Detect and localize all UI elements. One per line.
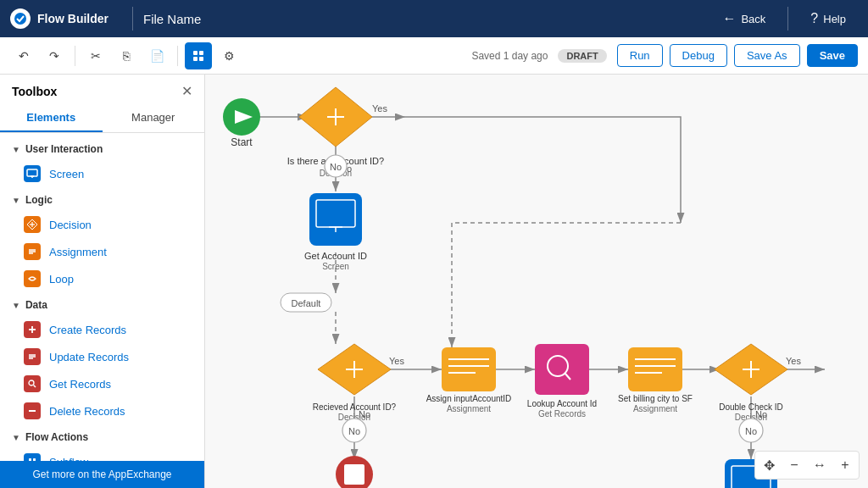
toolbox-item-get-records[interactable]: Get Records — [0, 370, 204, 397]
svg-text:Start: Start — [231, 136, 253, 148]
section-header-flow-actions[interactable]: ▼ Flow Actions — [0, 426, 204, 448]
tab-manager[interactable]: Manager — [103, 104, 205, 132]
nav-divider2 — [787, 7, 788, 30]
toolbox-item-decision[interactable]: Decision — [0, 211, 204, 238]
save-button[interactable]: Save — [807, 44, 858, 67]
svg-rect-1 — [193, 51, 198, 55]
svg-text:Assignment: Assignment — [447, 404, 491, 413]
svg-text:Screen: Screen — [322, 262, 349, 271]
redo-button[interactable]: ↷ — [41, 42, 68, 69]
assignment-label: Assignment — [49, 246, 107, 258]
section-label-flow-actions: Flow Actions — [25, 431, 88, 443]
section-label-logic: Logic — [25, 194, 53, 206]
assign2-node[interactable]: Set billing city to SF Assignment — [618, 347, 693, 413]
toolbox-body: ▼ User Interaction Screen — [0, 133, 204, 461]
stop-node[interactable]: Stop — [336, 456, 373, 488]
back-icon: ← — [722, 11, 736, 26]
chevron-icon-data: ▼ — [12, 301, 20, 310]
svg-text:Default: Default — [292, 298, 321, 308]
toolbox-item-assignment[interactable]: Assignment — [0, 238, 204, 265]
assign1-node[interactable]: Assign inputAccountID Assignment — [426, 347, 512, 413]
lookup-node[interactable]: Lookup Account Id Get Records — [527, 344, 597, 419]
delete-records-icon — [24, 402, 41, 419]
toolbox-item-update-records[interactable]: Update Records — [0, 343, 204, 370]
svg-text:Get Account ID: Get Account ID — [304, 251, 367, 261]
chevron-icon-flow-actions: ▼ — [12, 433, 20, 442]
help-icon: ? — [810, 11, 818, 26]
zoom-controls: ✥ − ↔ + — [754, 451, 860, 480]
canvas[interactable]: Yes No Default Yes Yes — [205, 75, 868, 488]
decision-icon — [24, 216, 41, 233]
decision3-node[interactable]: Double Check ID Decision — [715, 344, 787, 422]
logo-icon — [10, 8, 31, 29]
toolbox-close-button[interactable]: ✕ — [181, 83, 192, 99]
toolbox-header: Toolbox ✕ — [0, 75, 204, 104]
section-header-logic[interactable]: ▼ Logic — [0, 189, 204, 211]
toolbox-item-delete-records[interactable]: Delete Records — [0, 397, 204, 424]
loop-label: Loop — [49, 273, 74, 286]
svg-rect-108 — [344, 464, 364, 485]
screen-label: Screen — [49, 168, 84, 180]
cut-button[interactable]: ✂ — [82, 42, 109, 69]
debug-button[interactable]: Debug — [670, 44, 727, 67]
appexchange-label: Get more on the AppExchange — [32, 469, 171, 480]
svg-rect-77 — [442, 347, 496, 391]
section-label-user-interaction: User Interaction — [25, 143, 103, 155]
toolbox-item-create-records[interactable]: Create Records — [0, 316, 204, 343]
section-label-data: Data — [25, 299, 47, 311]
section-header-data[interactable]: ▼ Data — [0, 294, 204, 316]
fit-button[interactable]: ↔ — [808, 453, 832, 477]
settings-button[interactable]: ⚙ — [215, 42, 242, 69]
paste-button[interactable]: 📄 — [143, 42, 170, 69]
toolbox-item-screen[interactable]: Screen — [0, 160, 204, 187]
top-nav: Flow Builder File Name ← Back ? Help — [0, 0, 868, 37]
svg-rect-5 — [27, 169, 37, 176]
section-header-user-interaction[interactable]: ▼ User Interaction — [0, 138, 204, 160]
update-records-icon — [24, 348, 41, 365]
zoom-in-button[interactable]: + — [833, 453, 857, 477]
back-button[interactable]: ← Back — [710, 0, 777, 37]
svg-rect-66 — [309, 193, 362, 246]
app-logo: Flow Builder — [10, 8, 122, 29]
section-data: ▼ Data Create Records — [0, 294, 204, 424]
svg-point-0 — [14, 13, 26, 25]
svg-text:Set billing city to SF: Set billing city to SF — [618, 394, 693, 403]
run-button[interactable]: Run — [617, 44, 663, 67]
toolbox-panel: Toolbox ✕ Elements Manager ▼ User Intera… — [0, 75, 205, 488]
help-button[interactable]: ? Help — [798, 0, 858, 37]
svg-text:Get Records: Get Records — [538, 409, 586, 419]
svg-text:Lookup Account Id: Lookup Account Id — [527, 399, 597, 408]
section-flow-actions: ▼ Flow Actions Subflow — [0, 426, 204, 461]
svg-text:Yes: Yes — [372, 103, 387, 114]
app-name: Flow Builder — [37, 12, 108, 25]
delete-records-label: Delete Records — [49, 405, 125, 418]
screen1-node[interactable]: Get Account ID Screen — [304, 193, 367, 271]
svg-rect-2 — [199, 51, 203, 55]
back-label: Back — [741, 13, 765, 25]
svg-text:Yes: Yes — [786, 356, 801, 366]
toolbox-item-subflow[interactable]: Subflow — [0, 448, 204, 461]
decision2-node[interactable]: Recieved Account ID? Decision — [313, 344, 397, 422]
toolbar-sep1 — [75, 46, 75, 66]
saveas-button[interactable]: Save As — [734, 44, 800, 67]
flow-view-button[interactable] — [185, 42, 212, 69]
svg-text:Recieved Account ID?: Recieved Account ID? — [313, 402, 397, 412]
decision-label: Decision — [49, 219, 92, 231]
move-button[interactable]: ✥ — [757, 453, 781, 477]
assignment-icon — [24, 243, 41, 260]
svg-text:Double Check ID: Double Check ID — [719, 402, 783, 412]
appexchange-footer[interactable]: Get more on the AppExchange — [0, 461, 204, 488]
tab-elements[interactable]: Elements — [0, 104, 103, 132]
update-records-label: Update Records — [49, 351, 129, 363]
toolbar-sep2 — [177, 46, 178, 66]
section-user-interaction: ▼ User Interaction Screen — [0, 138, 204, 187]
svg-rect-83 — [535, 344, 589, 395]
chevron-icon-logic: ▼ — [12, 196, 20, 205]
get-records-icon — [24, 375, 41, 392]
toolbox-item-loop[interactable]: Loop — [0, 265, 204, 292]
svg-text:No: No — [348, 426, 360, 436]
copy-button[interactable]: ⎘ — [113, 42, 140, 69]
zoom-out-button[interactable]: − — [782, 453, 806, 477]
svg-text:No: No — [330, 162, 342, 172]
undo-button[interactable]: ↶ — [10, 42, 37, 69]
